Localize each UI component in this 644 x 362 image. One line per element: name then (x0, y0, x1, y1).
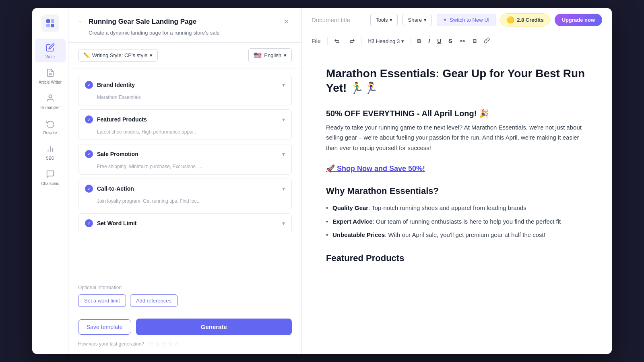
generate-button[interactable]: Generate (136, 319, 292, 335)
panel-bottom: Save template Generate How was your last… (68, 312, 301, 354)
switch-ui-button[interactable]: ✦ Switch to New UI (437, 14, 495, 26)
sidebar-item-label: Rewrite (43, 131, 57, 135)
writing-style-button[interactable]: ✏️ Writing Style: CP's style ▾ (78, 49, 158, 62)
panel-subtitle: Create a dynamic landing page for a runn… (78, 30, 292, 36)
section-header-left: ✓ Featured Products (85, 115, 147, 123)
promo-body: Ready to take your running game to the n… (326, 122, 588, 153)
top-bar: Document title Tools ▾ Share ▾ ✦ Switch … (302, 8, 612, 32)
star-4[interactable]: ☆ (167, 340, 173, 348)
close-button[interactable]: ✕ (281, 16, 292, 27)
redo-button[interactable] (345, 36, 358, 46)
chevron-down-icon: ▾ (150, 52, 153, 58)
heading-selector[interactable]: H3 Heading 3 ▾ (365, 36, 408, 46)
sidebar-item-humanizer[interactable]: Humanizer (35, 89, 66, 113)
editor-toolbar: File H3 Heading 3 ▾ B I U S <> ⊟ (302, 32, 612, 50)
svg-rect-1 (51, 19, 54, 23)
strikethrough-button[interactable]: S (446, 36, 455, 46)
svg-rect-3 (51, 24, 54, 27)
share-button[interactable]: Share ▾ (402, 14, 432, 26)
set-word-limit-button[interactable]: Set a word limit (78, 294, 126, 307)
underline-button[interactable]: U (434, 36, 444, 46)
section-name-products: Featured Products (97, 116, 147, 123)
section-header-wordlimit[interactable]: ✓ Set Word Limit ▾ (78, 214, 291, 233)
share-label: Share (408, 17, 422, 23)
tools-button[interactable]: Tools ▾ (370, 14, 398, 26)
star-3[interactable]: ☆ (161, 340, 167, 348)
app-container: Write Article Writer Huma (32, 8, 612, 354)
section-name-cta: Call-to-Action (97, 185, 134, 192)
section-card-products: ✓ Featured Products ▾ Latest shoe models… (78, 109, 292, 140)
file-menu-button[interactable]: File (308, 36, 324, 46)
top-bar-right: Tools ▾ Share ▾ ✦ Switch to New UI 🟡 2.8… (370, 13, 602, 27)
bullet-list: Quality Gear: Top-notch running shoes an… (326, 203, 588, 240)
italic-button[interactable]: I (425, 36, 433, 46)
editor-content[interactable]: Marathon Essentials: Gear Up for Your Be… (302, 50, 612, 354)
upgrade-button[interactable]: Upgrade now (555, 14, 602, 26)
optional-section: Optional Information Set a word limit Ad… (68, 282, 301, 312)
credits-badge: 🟡 2.8 Credits (500, 13, 549, 27)
toolbar-separator (361, 37, 362, 45)
app-logo[interactable] (41, 14, 59, 32)
list-item: Expert Advice: Our team of running enthu… (326, 216, 588, 227)
section-header-left: ✓ Set Word Limit (85, 219, 137, 227)
undo-button[interactable] (331, 36, 344, 46)
section-header-left: ✓ Call-to-Action (85, 185, 134, 193)
rating-row: How was your last generation? ☆ ☆ ☆ ☆ ☆ (78, 340, 292, 348)
check-icon-brand: ✓ (85, 81, 93, 89)
right-panel: Document title Tools ▾ Share ▾ ✦ Switch … (302, 8, 612, 354)
star-1[interactable]: ☆ (148, 340, 154, 348)
codeblock-button[interactable]: ⊟ (470, 36, 479, 46)
optional-label: Optional Information (78, 285, 292, 290)
sidebar-item-article[interactable]: Article Writer (35, 64, 66, 88)
chevron-icon-products: ▾ (282, 116, 285, 123)
bullet-text-1: : Top-notch running shoes and apparel fr… (368, 204, 526, 211)
rewrite-icon (45, 118, 56, 129)
list-item: Unbeatable Prices: With our April sale, … (326, 230, 588, 240)
section-header-cta[interactable]: ✓ Call-to-Action ▾ (78, 179, 291, 198)
section-card-brand: ✓ Brand Identity ▾ Marathon Essentials (78, 75, 292, 105)
star-2[interactable]: ☆ (155, 340, 160, 348)
section-header-promotion[interactable]: ✓ Sale Promotion ▾ (78, 144, 291, 164)
chevron-icon-cta: ▾ (282, 185, 285, 192)
bullet-bold-2: Expert Advice (332, 218, 373, 225)
code-button[interactable]: <> (457, 36, 468, 46)
stars-container: ☆ ☆ ☆ ☆ ☆ (148, 340, 180, 348)
list-item: Quality Gear: Top-notch running shoes an… (326, 203, 588, 213)
left-panel: ← Running Gear Sale Landing Page ✕ Creat… (68, 8, 302, 354)
credits-value: 2.8 Credits (517, 17, 543, 23)
section-header-left: ✓ Brand Identity (85, 81, 135, 89)
section-header-products[interactable]: ✓ Featured Products ▾ (78, 110, 291, 129)
add-references-button[interactable]: Add references (130, 294, 178, 307)
chevron-down-icon: ▾ (284, 52, 287, 58)
panel-header: ← Running Gear Sale Landing Page ✕ Creat… (68, 8, 301, 43)
sidebar-item-chatsonic[interactable]: Chatsonic (35, 165, 66, 189)
optional-buttons: Set a word limit Add references (78, 294, 292, 307)
file-label: File (312, 38, 321, 44)
toolbar-separator (327, 37, 328, 45)
section-subtitle-products: Latest shoe models, High-performance app… (78, 129, 291, 140)
chatsonic-icon (45, 169, 56, 180)
write-icon (45, 42, 56, 53)
sidebar-item-label: SEO (46, 156, 54, 160)
bold-button[interactable]: B (414, 36, 424, 46)
section-header-brand[interactable]: ✓ Brand Identity ▾ (78, 75, 291, 95)
language-button[interactable]: 🇺🇸 English ▾ (248, 48, 292, 62)
sidebar-item-rewrite[interactable]: Rewrite (35, 115, 66, 138)
bullet-bold-3: Unbeatable Prices (332, 231, 385, 238)
chevron-down-icon: ▾ (424, 17, 427, 23)
svg-rect-2 (46, 24, 50, 27)
link-button[interactable] (481, 35, 493, 47)
cta-link[interactable]: 🚀 Shop Now and Save 50%! (326, 164, 588, 173)
save-template-button[interactable]: Save template (78, 319, 131, 335)
star-5[interactable]: ☆ (174, 340, 180, 348)
check-icon-promotion: ✓ (85, 150, 93, 158)
seo-icon (45, 143, 56, 154)
section-subtitle-promotion: Free shipping, Minimum purchase, Exclusi… (78, 164, 291, 174)
sidebar-item-label: Humanizer (40, 105, 60, 110)
back-button[interactable]: ← (78, 18, 85, 25)
doc-title[interactable]: Document title (312, 16, 350, 23)
svg-rect-0 (46, 19, 50, 23)
sidebar-item-label: Chatsonic (41, 181, 59, 186)
sidebar-item-seo[interactable]: SEO (35, 140, 66, 164)
sidebar-item-write[interactable]: Write (35, 39, 66, 62)
